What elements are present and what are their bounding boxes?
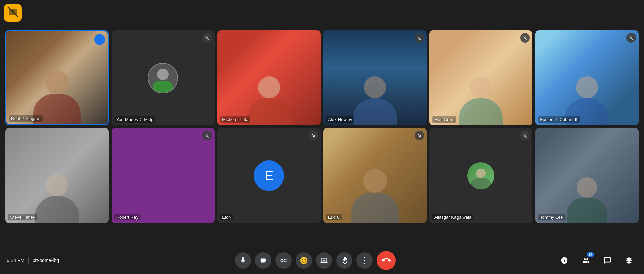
name-label-matt: Matt Crum: [432, 116, 457, 123]
mute-icon-alex: [415, 33, 424, 43]
mute-icon-foster: [626, 33, 636, 43]
name-label-yourmoneydr: YourMoneyDr Mktg: [114, 116, 156, 123]
current-time: 6:34 PM: [7, 258, 24, 263]
meeting-code: xtt-ogma-ibq: [33, 258, 59, 263]
name-label-foster: Foster D. Coburn III: [538, 116, 580, 123]
name-label-kent: Kent Pilkington: [9, 115, 43, 122]
video-tile-yourmoneydr[interactable]: YourMoneyDr Mktg: [112, 30, 215, 125]
video-tile-tommy[interactable]: Tommy Lee: [535, 128, 639, 223]
end-call-button[interactable]: [377, 251, 396, 270]
video-tile-eric[interactable]: Eric O: [323, 128, 427, 223]
time-divider: [28, 257, 29, 264]
more-options-button[interactable]: ⋮: [356, 252, 373, 269]
mute-icon-eric: [415, 131, 424, 140]
options-button-kent[interactable]: ⋯: [94, 34, 105, 45]
raise-hand-button[interactable]: [336, 252, 352, 269]
mute-icon-elon: [308, 131, 318, 140]
video-tile-matt[interactable]: Matt Crum: [429, 30, 533, 125]
chat-button[interactable]: [599, 252, 616, 269]
bottom-bar: 6:34 PM xtt-ogma-ibq CC 😊 ⋮: [0, 247, 644, 274]
name-label-alex: Alex Howley: [326, 116, 354, 123]
controls-center: CC 😊 ⋮: [74, 251, 556, 270]
video-tile-alex[interactable]: Alex Howley: [323, 30, 427, 125]
video-tile-michele[interactable]: Michele Pluta: [217, 30, 321, 125]
video-tile-kent[interactable]: ⋯ Kent Pilkington: [5, 30, 109, 125]
name-label-tommy: Tommy Lee: [538, 214, 565, 220]
name-label-robert: Robert Ray: [114, 214, 141, 220]
controls-right: 12: [556, 252, 637, 269]
camera-button[interactable]: [255, 252, 271, 269]
video-tile-aliasgar[interactable]: Aliasgar Kagalwala: [429, 128, 533, 223]
emoji-button[interactable]: 😊: [296, 252, 312, 269]
video-tile-foster[interactable]: Foster D. Coburn III: [535, 30, 639, 125]
svg-rect-2: [9, 9, 17, 15]
present-button[interactable]: [316, 252, 332, 269]
name-label-eric: Eric O: [326, 214, 342, 220]
video-tile-robert[interactable]: Robert Ray: [112, 128, 215, 223]
info-button[interactable]: [556, 252, 572, 269]
mic-button[interactable]: [235, 252, 251, 269]
name-label-steve: Steve Haney: [8, 214, 37, 220]
video-tile-steve[interactable]: Steve Haney: [5, 128, 109, 223]
video-tile-elon[interactable]: E Elon: [217, 128, 321, 223]
name-label-aliasgar: Aliasgar Kagalwala: [432, 214, 474, 220]
name-label-michele: Michele Pluta: [220, 116, 250, 123]
meeting-info: 6:34 PM xtt-ogma-ibq: [7, 257, 74, 264]
captions-button[interactable]: CC: [275, 252, 292, 269]
activities-button[interactable]: [621, 252, 637, 269]
name-label-elon: Elon: [220, 214, 233, 220]
participants-badge: 12: [587, 252, 594, 257]
people-button[interactable]: 12: [578, 252, 594, 269]
logo-icon: [7, 6, 18, 19]
app-logo: [4, 4, 22, 22]
video-grid: ⋯ Kent Pilkington YourMoneyDr Mktg Miche…: [5, 30, 639, 223]
